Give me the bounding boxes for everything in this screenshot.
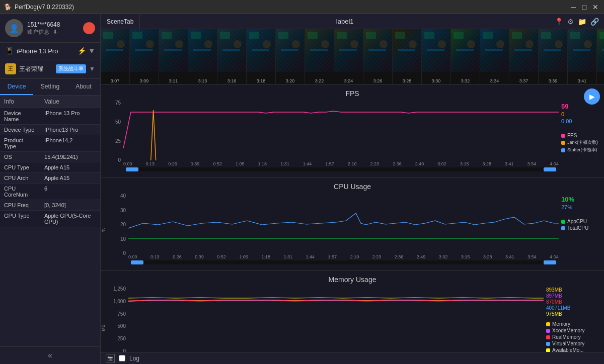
title-bar: 🐕 PerfDog(v7.0.220332) ─ □ ✕ — [0, 0, 604, 14]
list-item[interactable]: 3:18 — [247, 29, 276, 84]
svg-point-25 — [350, 40, 358, 48]
settings-icon[interactable]: ⚙ — [567, 18, 574, 26]
location-icon[interactable]: 📍 — [555, 18, 563, 26]
info-key: CPU Arch — [0, 173, 40, 184]
screenshot-time-label: 3:34 — [480, 78, 509, 84]
app-title-text: PerfDog(v7.0.220332) — [15, 4, 74, 11]
tab-about[interactable]: About — [67, 79, 100, 95]
cpu-legend: AppCPU TotalCPU — [561, 219, 604, 232]
screenshot-time-label: 3:20 — [276, 78, 305, 84]
svg-rect-24 — [337, 32, 347, 39]
bottom-bar: 📷 Log — [101, 352, 604, 364]
list-item[interactable]: 3:30 — [422, 29, 451, 84]
info-key: Product Type — [0, 135, 40, 152]
info-value: 6 — [40, 184, 100, 200]
info-key: Device Name — [0, 108, 40, 125]
list-item[interactable]: 3:13 — [188, 29, 217, 84]
cpu-y-unit: % — [101, 193, 106, 266]
fps-chart: FPS ▶ 75 50 25 0 — [101, 84, 604, 177]
screenshots-container: 3:073:093:113:133:163:183:203:223:243:26… — [101, 29, 604, 84]
svg-rect-23 — [310, 49, 328, 51]
list-item[interactable]: 3:11 — [159, 29, 188, 84]
share-icon[interactable]: 🔗 — [590, 18, 599, 26]
table-row: CPU ArchApple A15 — [0, 173, 100, 184]
available-memory-value: 975MB — [546, 311, 604, 317]
tab-device[interactable]: Device — [0, 79, 33, 95]
game-badge[interactable]: 系统战斗率 — [56, 64, 86, 73]
collapse-icon: « — [48, 351, 52, 359]
list-item[interactable]: 3:39 — [539, 29, 568, 84]
list-item[interactable]: 3:28 — [393, 29, 422, 84]
table-row: CPU TypeApple A15 — [0, 162, 100, 173]
list-item[interactable]: 3:22 — [305, 29, 334, 84]
charts-area: FPS ▶ 75 50 25 0 — [101, 84, 604, 352]
table-row: Product TypeIPhone14,2 — [0, 135, 100, 152]
device-expand-icon[interactable]: ▼ — [88, 47, 95, 55]
stutter-value: 0.00 — [561, 118, 604, 124]
screenshot-strip: 3:073:093:113:133:163:183:203:223:243:26… — [101, 29, 604, 84]
list-item[interactable]: 3:37 — [509, 29, 539, 84]
tab-setting[interactable]: Setting — [33, 79, 66, 95]
fps-scrollbar[interactable] — [126, 167, 556, 171]
col-info: Info — [0, 96, 40, 108]
list-item[interactable]: 3:20 — [276, 29, 305, 84]
game-expand-icon[interactable]: ▼ — [89, 65, 95, 72]
total-cpu-value: 27% — [561, 204, 604, 210]
virtual-memory-value: 400711MB — [546, 305, 604, 311]
list-item[interactable]: 3:24 — [334, 29, 363, 84]
fps-play-button[interactable]: ▶ — [584, 88, 600, 105]
main-content: SceneTab label1 📍 ⚙ 📁 🔗 3:073:093:113:13… — [101, 14, 604, 364]
scene-bar: SceneTab label1 📍 ⚙ 📁 🔗 — [101, 14, 604, 29]
account-info-link[interactable]: 账户信息 — [27, 29, 49, 35]
scene-tab-label[interactable]: SceneTab — [101, 14, 140, 29]
close-button[interactable]: ✕ — [591, 3, 600, 12]
table-row: GPU TypeApple GPU(5-Core GPU) — [0, 211, 100, 227]
svg-point-28 — [380, 40, 388, 48]
list-item[interactable]: 3:07 — [101, 29, 130, 84]
minimize-button[interactable]: ─ — [569, 3, 578, 12]
user-meta[interactable]: 账户信息 ⬇ — [27, 28, 79, 36]
device-settings-icon[interactable]: ⚡ — [78, 47, 86, 55]
cpu-chart-title: CPU Usage — [101, 183, 604, 191]
log-checkbox[interactable] — [119, 355, 125, 361]
memory-y-unit: MB — [101, 286, 106, 352]
svg-rect-11 — [193, 49, 211, 51]
list-item[interactable]: 3:34 — [480, 29, 509, 84]
svg-rect-48 — [570, 32, 580, 39]
svg-rect-38 — [456, 49, 474, 51]
svg-point-46 — [555, 40, 563, 48]
app-title: 🐕 PerfDog(v7.0.220332) — [4, 4, 74, 11]
memory-chart-area: 0:000:130:260:390:521:051:181:311:441:57… — [128, 286, 544, 352]
jank-value: 0 — [561, 111, 604, 117]
list-item[interactable]: 3:32 — [451, 29, 480, 84]
table-row: Device NameIPhone 13 Pro — [0, 108, 100, 125]
screenshot-time-label: 3:32 — [451, 78, 480, 84]
avatar: 👤 — [5, 19, 23, 37]
list-item[interactable]: 3:41 — [568, 29, 597, 84]
record-button[interactable] — [83, 22, 95, 34]
list-item[interactable]: 3:26 — [363, 29, 393, 84]
svg-rect-45 — [541, 32, 551, 39]
cpu-chart: CPU Usage % 40 30 20 10 0 — [101, 177, 604, 270]
info-value: 15.4(19E241) — [40, 152, 100, 162]
user-name: 151****6648 — [27, 21, 79, 28]
xcode-memory-value: 897MB — [546, 293, 604, 299]
cpu-scrollbar[interactable] — [131, 260, 556, 264]
folder-icon[interactable]: 📁 — [578, 18, 586, 26]
svg-rect-0 — [103, 32, 113, 39]
svg-point-10 — [204, 40, 212, 48]
list-item[interactable]: 3:16 — [217, 29, 247, 84]
list-item[interactable]: 3:09 — [130, 29, 159, 84]
memory-chart: Memory Usage MB 1,250 1,000 750 500 250 … — [101, 270, 604, 352]
fps-chart-title: FPS — [101, 89, 604, 98]
list-item[interactable]: 3:43 — [597, 29, 604, 84]
collapse-button[interactable]: « — [0, 346, 100, 364]
log-label: Log — [129, 355, 139, 362]
svg-rect-51 — [599, 32, 604, 39]
screenshot-button[interactable]: 📷 — [106, 354, 115, 363]
svg-point-34 — [438, 40, 446, 48]
info-value: Apple GPU(5-Core GPU) — [40, 211, 100, 227]
maximize-button[interactable]: □ — [580, 3, 589, 12]
svg-point-22 — [321, 40, 329, 48]
fps-svg — [123, 100, 559, 160]
